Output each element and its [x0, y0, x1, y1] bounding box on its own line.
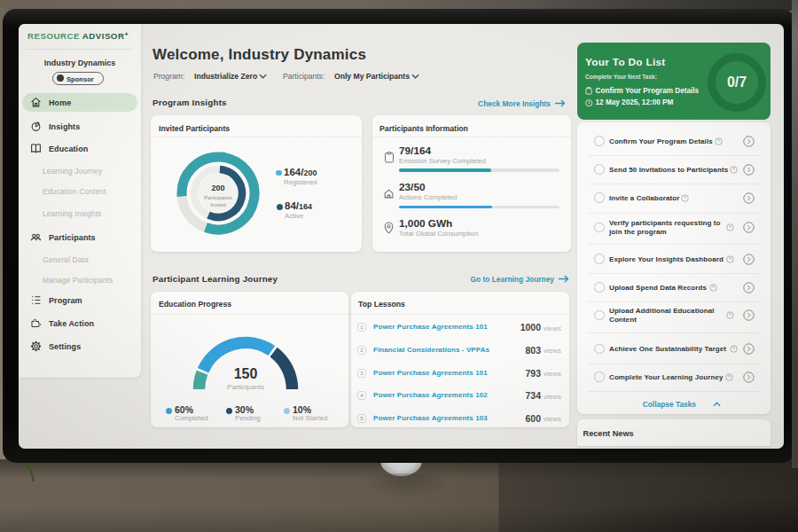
- svg-text:200: 200: [211, 184, 224, 192]
- svg-text:Invited: Invited: [210, 202, 226, 207]
- svg-text:Participants: Participants: [204, 195, 231, 200]
